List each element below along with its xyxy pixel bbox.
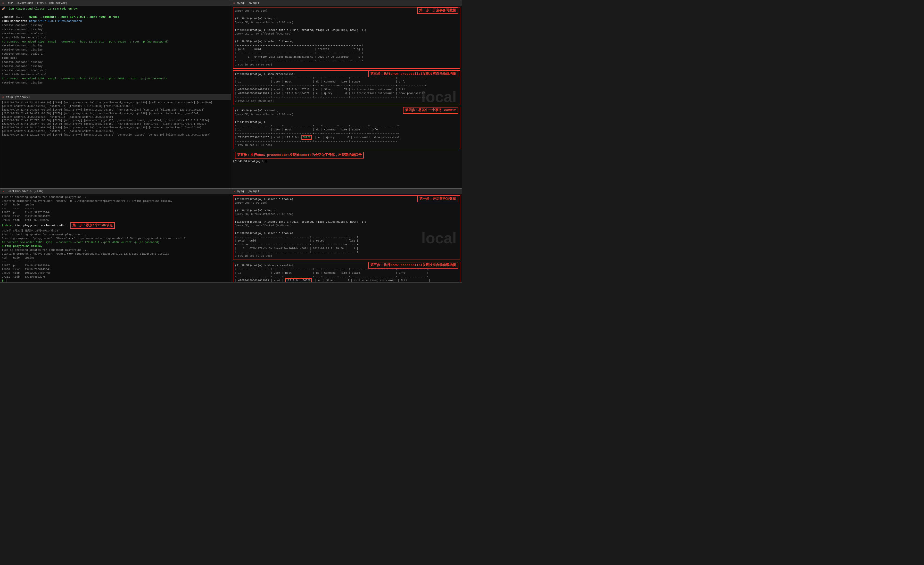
begin-stmt: (21:39:34)root[a] > begin; — [235, 17, 458, 21]
start-tidb-1: Start tidb instance:v6.4.0 — [2, 36, 229, 40]
close-icon-zsh[interactable]: ✕ — [2, 190, 4, 193]
proc-table-c1: | Id | User | Host | db | Command | Time… — [235, 80, 458, 84]
tiup-playground-title: TiUP Playground: TIP9AQL (pd-server) — [6, 1, 68, 4]
bot-begin-stmt: (21:39:37)root[a] > begin; — [235, 209, 458, 213]
close-icon-tiproxy[interactable]: ✕ — [2, 95, 4, 99]
bot-proc-s1: +---------------------+------+----------… — [235, 275, 458, 279]
blank2 — [235, 24, 458, 28]
section2-box: 第三步：执行show processlist发现没有自动负载均衡 (21:39:… — [233, 70, 460, 105]
zsh-connect-new: To connect new added TiDB: mysql --comme… — [2, 240, 229, 244]
bot-proc-c1: | Id | User | Host | db | Command | Time… — [235, 271, 458, 275]
bot-table-h1: +------+--------------------------------… — [235, 235, 458, 239]
select-stmt-1: (21:39:50)root[a] > select * from a; — [235, 40, 458, 43]
table-sep-1: +---------+-----------------------------… — [235, 51, 458, 55]
zsh-pid-pd-1: 91607 pd 21m12.399752574s — [2, 211, 229, 214]
close-icon[interactable]: ✕ — [2, 1, 4, 4]
begin-result: Query OK, 0 rows affected (0.00 sec) — [235, 21, 458, 24]
bot-section2-label: 第三步：执行show processlist发现没有自动负载均衡 — [368, 262, 458, 268]
bot-section2-box: 第三步：执行show processlist发现没有自动负载均衡 (21:39:… — [233, 262, 460, 282]
tiproxy-title: tiup (tiproxy) — [6, 96, 30, 99]
zsh-checking-2: tiup is checking updates for component p… — [2, 233, 229, 237]
proc-row-1a: | 4908241896624620323 | root | 127.0.0.1… — [235, 88, 458, 91]
section4-label: 第五步：执行show processlist发现被commit的会话做了迁移，出… — [235, 152, 364, 159]
zsh-prompt-final: $ █ — [2, 279, 229, 282]
proc-table-f2: +---------------------+------+----------… — [235, 139, 458, 143]
step2-annotation: 第二步：添加1个tidb节点 — [70, 222, 115, 229]
bot-section1-annotation: 第一步：开启事务写数据 — [415, 196, 458, 202]
cmd-scale-out-2: receive command: scale-out — [2, 69, 229, 73]
close-icon-mysql-bot[interactable]: ✕ — [233, 190, 235, 193]
dashboard-line: TiDB Dashboard: http://127.0.0.1:2379/da… — [2, 19, 229, 24]
mysql-bot-body: local 第一步：开启事务写数据 (21:39:20)root[a] > se… — [231, 194, 462, 282]
zsh-titlebar: ✕ ..m/tikv/pd/bin (-zsh) — [0, 189, 231, 194]
welcome-line: 🚀 TiDB Playground Cluster is started, en… — [2, 7, 229, 11]
zsh-starting-3: Starting component 'playground': /Users/… — [2, 252, 229, 256]
tiproxy-log-7: [2023/07/29 21:41:32.192 +08:00] [INFO] … — [2, 133, 229, 137]
mysql-top-title: mysql (mysql) — [237, 1, 260, 4]
proc-table-s2: +---------------------+------+----------… — [235, 132, 458, 136]
proc-table-f1: +---------------------+------+----------… — [235, 95, 458, 99]
bot-section2-annotation: 第三步：执行show processlist发现没有自动负载均衡 — [366, 262, 458, 268]
blank4 — [235, 117, 458, 120]
insert-result: Query OK, 1 row affected (0.02 sec) — [235, 32, 458, 36]
mysql-bot-titlebar: ✕ mysql (mysql) — [231, 189, 462, 194]
bot-section1-box: 第一步：开启事务写数据 (21:39:20)root[a] > select *… — [233, 195, 460, 260]
tiup-playground-body: 🚀 TiDB Playground Cluster is started, en… — [0, 6, 231, 94]
tiproxy-log-6: [2023/07/29 21:41:28.347 +08:00] [INFO] … — [2, 126, 229, 133]
zsh-pid-tidb-3: 97211 tidb 53.397452227s — [2, 275, 229, 279]
bot-table-c1: | pkid | uuid | created | flag | — [235, 239, 458, 243]
cmd-display-3: receive command: display — [2, 44, 229, 48]
tiup-playground-pane: ✕ TiUP Playground: TIP9AQL (pd-server) 🚀… — [0, 0, 231, 94]
tiproxy-log-4: [2023/07/29 21:41:27.777 +08:00] [INFO] … — [2, 119, 229, 123]
table-header-1: +---------+-----------------------------… — [235, 43, 458, 47]
tiproxy-log-5: [2023/07/29 21:41:28.347 +08:00] [INFO] … — [2, 123, 229, 126]
table-footer-1: +---------+-----------------------------… — [235, 59, 458, 63]
proc-table-s1: +---------------------+------+----------… — [235, 84, 458, 88]
connect-tidb-line: Connect TiDB: mysql --comments --host 12… — [2, 15, 229, 19]
bot-begin-result: Query OK, 0 rows affected (0.00 sec) — [235, 212, 458, 216]
tiproxy-titlebar: ✕ tiup (tiproxy) — [0, 94, 231, 100]
zsh-starting-2: Starting component 'playground': /Users/… — [2, 237, 229, 240]
close-icon-mysql-top[interactable]: ✕ — [233, 1, 235, 4]
mysql-bot-pane: ✕ mysql (mysql) local 第一步：开启事务写数据 (21:39… — [231, 189, 462, 283]
zsh-pid-pd-2: 91607 pd 23m19.814973019s — [2, 264, 229, 268]
bot-table-s1: +------+--------------------------------… — [235, 243, 458, 247]
bot-blank3 — [235, 228, 458, 231]
bot-section1-label: 第一步：开启事务写数据 — [417, 196, 458, 202]
bot-table-f1: +------+--------------------------------… — [235, 250, 458, 254]
zsh-pid-sep-2: --- ---- ------ — [2, 260, 229, 264]
section2-annotation: 第三步：执行show processlist发现没有自动负载均衡 — [366, 70, 458, 77]
table-row-1: | 1 | 644ff104-2e15-11ee-813a-367dda1a66… — [235, 55, 458, 59]
zsh-pid-tikv-2: 91608 tikv 23m19.786024254s — [2, 268, 229, 271]
final-prompt-top: (21:41:39)root[a] > █ — [233, 160, 460, 163]
zsh-pane: ✕ ..m/tikv/pd/bin (-zsh) tiup is checkin… — [0, 189, 231, 283]
proc-rows-1: 2 rows in set (0.00 sec) — [235, 99, 458, 103]
zsh-pid-tidb-2: 92626 tidb 19m12.002468446s — [2, 271, 229, 275]
tiproxy-log-3: [2023/07/29 21:41:24.805 +08:00] [INFO] … — [2, 112, 229, 119]
bot-select-stmt-2: (21:39:56)root[a] > select * from a; — [235, 231, 458, 235]
zsh-pid-tidb-1: 92626 tidb 17m4.5072460545 — [2, 218, 229, 222]
cmd-display-1: receive command: display — [2, 24, 229, 28]
tiproxy-log-2: [2023/07/29 21:41:24.805 +08:00] [INFO] … — [2, 108, 229, 112]
mysql-top-body: local 第一步：开启事务写数据 Empty set (0.00 sec) (… — [231, 6, 462, 188]
rows-1: 1 row in set (0.00 sec) — [235, 63, 458, 67]
zsh-title: ..m/tikv/pd/bin (-zsh) — [6, 190, 44, 193]
connect-new-tidb-1: To connect new added TiDB: mysql --comme… — [2, 40, 229, 44]
zsh-pid-header: Pid Role Uptime — [2, 203, 229, 207]
start-tidb-2: Start tidb instance:v6.4.0 — [2, 73, 229, 77]
after-commit-prompt: (21:41:22)root[a] > — [235, 120, 458, 124]
cmd-display-2: receive command: display — [2, 28, 229, 32]
bot-table-row1: | 2 | 67fb1072-2e15-11ee-813a-367dda1a66… — [235, 247, 458, 250]
zsh-checking-3: tiup is checking updates for component p… — [2, 248, 229, 252]
tiproxy-log-1: [2023/07/29 21:41:22.302 +08:00] [INFO] … — [2, 101, 229, 108]
cmd-display-4: receive command: display — [2, 48, 229, 52]
proc-table-h2: +---------------------+------+----------… — [235, 124, 458, 128]
zsh-date-cmd: $ date: tiup playground scale-out --db 1… — [2, 222, 229, 229]
zsh-pid-sep: --- ---- ------ — [2, 207, 229, 211]
bot-proc-r1: | 4908241896624619929 | root | 127.0.0.1… — [235, 279, 458, 282]
bot-blank2 — [235, 216, 458, 220]
proc-row-1b: | 4908241896624619929 | root | 127.0.0.1… — [235, 91, 458, 95]
proc-table-c2: | Id | User | Host | db | Command | Time… — [235, 128, 458, 132]
proc-row-2a: | 7713276378988151237 | root | 127.0.0.1… — [235, 136, 458, 139]
tiproxy-body: [2023/07/29 21:41:22.302 +08:00] [INFO] … — [0, 100, 231, 188]
